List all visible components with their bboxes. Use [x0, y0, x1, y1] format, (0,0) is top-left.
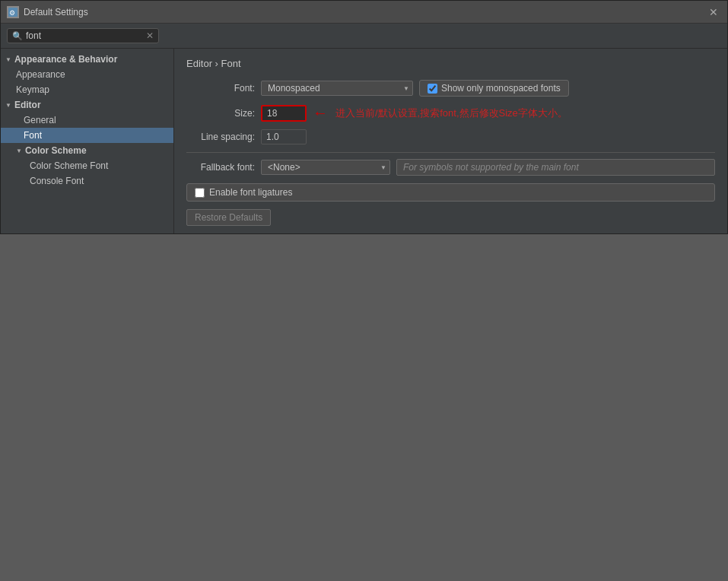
- app-icon: ⚙: [7, 6, 19, 18]
- title-bar-left: ⚙ Default Settings: [7, 6, 88, 18]
- size-label: Size:: [186, 108, 255, 119]
- window-title: Default Settings: [24, 7, 88, 17]
- search-input-wrapper: 🔍 ✕: [7, 28, 159, 43]
- sidebar-item-console-font[interactable]: Console Font: [1, 173, 173, 189]
- sidebar-item-appearance[interactable]: Appearance: [1, 67, 173, 82]
- font-value: Monospaced: [268, 83, 400, 94]
- sidebar-item-label: Editor: [14, 100, 41, 110]
- enable-ligatures-row[interactable]: Enable font ligatures: [186, 183, 715, 202]
- sidebar-item-label: Console Font: [30, 176, 84, 186]
- fallback-dropdown-arrow-icon: ▼: [380, 164, 386, 171]
- divider: [186, 152, 715, 153]
- breadcrumb-current: Font: [221, 58, 241, 69]
- sidebar-item-font[interactable]: Font: [1, 128, 173, 143]
- arrow-icon: ←: [313, 104, 328, 122]
- font-row: Font: Monospaced ▼ Show only monospaced …: [186, 80, 715, 97]
- font-select[interactable]: Monospaced ▼: [261, 81, 413, 96]
- fallback-font-select[interactable]: <None> ▼: [261, 160, 390, 175]
- sidebar: ▼ Appearance & Behavior Appearance Keyma…: [1, 49, 174, 233]
- main-content: ▼ Appearance & Behavior Appearance Keyma…: [1, 49, 727, 233]
- enable-ligatures-label: Enable font ligatures: [209, 187, 292, 198]
- restore-defaults-button[interactable]: Restore Defaults: [186, 209, 271, 226]
- show-monospaced-checkbox[interactable]: [428, 84, 437, 94]
- annotation-text: 进入当前/默认设置,搜索font,然后修改Size字体大小。: [335, 106, 567, 120]
- sidebar-item-label: Keymap: [16, 84, 49, 95]
- fallback-font-value: <None>: [268, 162, 377, 173]
- search-icon: 🔍: [12, 31, 23, 41]
- sidebar-item-appearance-behavior[interactable]: ▼ Appearance & Behavior: [1, 52, 173, 67]
- fallback-font-label: Fallback font:: [186, 162, 255, 173]
- sidebar-item-label: Font: [24, 130, 42, 141]
- expand-icon: ▼: [16, 148, 22, 154]
- sidebar-item-keymap[interactable]: Keymap: [1, 82, 173, 97]
- search-input[interactable]: [26, 30, 132, 41]
- svg-text:⚙: ⚙: [9, 9, 15, 17]
- sidebar-item-editor[interactable]: ▼ Editor: [1, 97, 173, 113]
- sidebar-item-label: Color Scheme Font: [30, 160, 108, 171]
- title-bar: ⚙ Default Settings ✕: [1, 1, 727, 24]
- search-bar: 🔍 ✕: [1, 24, 727, 49]
- fallback-font-row: Fallback font: <None> ▼ For symbols not …: [186, 159, 715, 176]
- show-monospaced-checkbox-row: Show only monospaced fonts: [419, 80, 569, 97]
- sidebar-item-color-scheme[interactable]: ▼ Color Scheme: [1, 143, 173, 158]
- enable-ligatures-checkbox[interactable]: [195, 188, 205, 198]
- breadcrumb-separator: ›: [215, 58, 221, 69]
- breadcrumb: Editor › Font: [186, 58, 715, 69]
- size-input[interactable]: [261, 105, 307, 122]
- show-monospaced-label: Show only monospaced fonts: [441, 83, 561, 94]
- expand-icon: ▼: [5, 102, 11, 109]
- search-clear-icon[interactable]: ✕: [146, 30, 154, 41]
- line-spacing-input[interactable]: [261, 129, 307, 144]
- annotation: ← 进入当前/默认设置,搜索font,然后修改Size字体大小。: [313, 104, 567, 122]
- expand-icon: ▼: [5, 56, 11, 63]
- right-panel: Editor › Font Font: Monospaced ▼ Show on…: [174, 49, 727, 233]
- sidebar-item-label: Appearance: [16, 69, 65, 80]
- sidebar-item-label: Appearance & Behavior: [14, 54, 117, 65]
- sidebar-item-color-scheme-font[interactable]: Color Scheme Font: [1, 158, 173, 173]
- font-label: Font:: [186, 83, 255, 94]
- main-window: ⚙ Default Settings ✕ 🔍 ✕ ▼ Appearance & …: [0, 0, 728, 234]
- line-spacing-row: Line spacing:: [186, 129, 715, 144]
- sidebar-item-label: Color Scheme: [25, 145, 87, 156]
- breadcrumb-path: Editor: [186, 58, 212, 69]
- dropdown-arrow-icon: ▼: [403, 85, 409, 92]
- close-button[interactable]: ✕: [706, 5, 721, 20]
- fallback-note: For symbols not supported by the main fo…: [396, 159, 715, 176]
- size-row: Size: ← 进入当前/默认设置,搜索font,然后修改Size字体大小。: [186, 104, 715, 122]
- line-spacing-label: Line spacing:: [186, 132, 255, 142]
- sidebar-item-label: General: [24, 115, 56, 125]
- sidebar-item-general[interactable]: General: [1, 113, 173, 128]
